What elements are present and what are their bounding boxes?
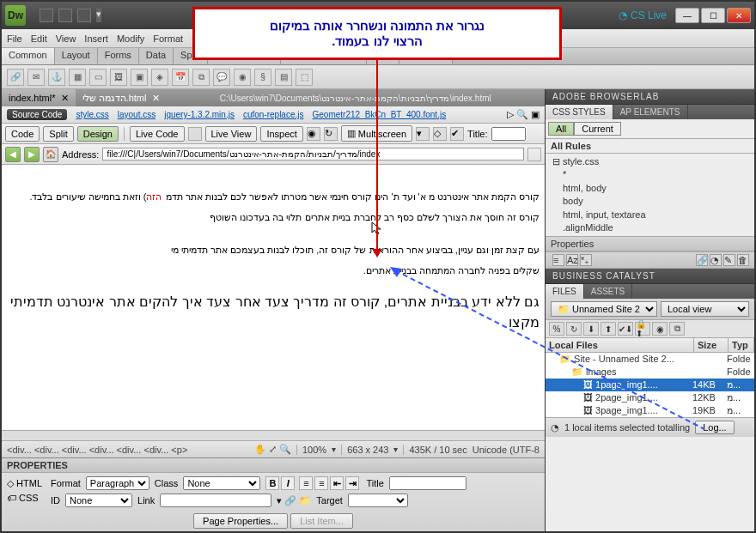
- id-select[interactable]: None: [65, 494, 132, 507]
- design-button[interactable]: Design: [77, 126, 119, 142]
- menu-view[interactable]: View: [56, 33, 76, 44]
- col-type[interactable]: Typ: [729, 338, 754, 352]
- minimize-button[interactable]: —: [675, 8, 699, 23]
- visual-aids-icon[interactable]: ◇: [433, 127, 447, 141]
- go-icon[interactable]: [527, 148, 541, 161]
- tab-forms[interactable]: Forms: [98, 48, 139, 64]
- doctab-index[interactable]: index.html* ✕: [2, 89, 76, 106]
- zoom-value[interactable]: 100%: [302, 445, 326, 455]
- table-icon[interactable]: ▦: [69, 69, 86, 86]
- doctab-demo[interactable]: הדגמה שלי.html ✕: [76, 89, 167, 106]
- format-select[interactable]: Paragraph: [86, 476, 149, 490]
- address-input[interactable]: [102, 148, 524, 161]
- page-properties-button[interactable]: Page Properties...: [193, 513, 288, 529]
- css-styles-tab[interactable]: CSS STYLES: [546, 105, 613, 119]
- email-icon[interactable]: ✉: [27, 69, 45, 86]
- assets-tab[interactable]: ASSETS: [584, 284, 632, 299]
- log-button[interactable]: Log...: [695, 421, 735, 434]
- link-input[interactable]: [160, 494, 271, 507]
- zoom-tools[interactable]: ✋ ⤢ 🔍: [254, 444, 291, 455]
- home-icon[interactable]: 🏠: [43, 147, 58, 162]
- paragraph[interactable]: עם קצת זמן וגם עניין, בביצוע אחר ההוראות…: [7, 239, 540, 280]
- title-input[interactable]: [491, 127, 526, 141]
- forward-icon[interactable]: ▶: [24, 147, 40, 162]
- related-file[interactable]: cufon-replace.js: [243, 110, 304, 119]
- put-icon[interactable]: ⬆: [601, 322, 616, 336]
- source-code-button[interactable]: Source Code: [7, 109, 67, 120]
- inspect-button[interactable]: Inspect: [260, 126, 302, 142]
- cs-live-button[interactable]: CS Live: [619, 9, 667, 21]
- h-scrollbar[interactable]: [2, 430, 545, 440]
- css-action-icons[interactable]: 🔗◔✎🗑: [694, 254, 749, 266]
- refresh-icon[interactable]: ↻: [324, 127, 338, 141]
- opts-icon[interactable]: ▾: [416, 127, 430, 141]
- current-button[interactable]: Current: [574, 122, 621, 136]
- tab-data[interactable]: Data: [139, 48, 174, 64]
- menu-modify[interactable]: Modify: [117, 33, 144, 44]
- document-canvas[interactable]: קורס הקמת אתר אינטרנט מ א' ועד ת' הינו ק…: [2, 165, 545, 430]
- menu-edit[interactable]: Edit: [31, 33, 47, 44]
- get-icon[interactable]: ⬇: [583, 322, 599, 336]
- ap-elements-tab[interactable]: AP ELEMENTS: [613, 105, 688, 119]
- file-row-selected[interactable]: 1page_img1....14KBמ...: [546, 379, 754, 391]
- tab-layout[interactable]: Layout: [55, 48, 98, 64]
- sync-icon[interactable]: ◉: [652, 322, 668, 336]
- livecode-opts-icon[interactable]: [188, 127, 202, 141]
- expand-icon[interactable]: ⧉: [669, 322, 685, 336]
- title-input-prop[interactable]: [389, 476, 466, 490]
- livecode-button[interactable]: Live Code: [130, 126, 185, 142]
- col-size[interactable]: Size: [694, 338, 729, 352]
- browser-icon[interactable]: ◉: [307, 127, 320, 141]
- paragraph[interactable]: קורס הקמת אתר אינטרנט מ א' ועד ת' הינו ק…: [7, 185, 540, 227]
- script-icon[interactable]: §: [254, 69, 271, 86]
- tag-selector[interactable]: <div... <div... <div... <div... <div... …: [7, 445, 187, 455]
- css-view-icons[interactable]: ≡Aᴢ*₊: [551, 254, 592, 266]
- tag-icon[interactable]: ⬚: [296, 69, 313, 86]
- business-catalyst-header[interactable]: BUSINESS CATALYST: [546, 269, 754, 284]
- liveview-button[interactable]: Live View: [205, 126, 258, 142]
- paragraph[interactable]: גם ללא ידע בבניית אתרים, קורס זה מדריך צ…: [7, 292, 540, 333]
- related-file[interactable]: Geometr212_BkCn_BT_400.font.js: [312, 110, 446, 119]
- media-icon[interactable]: ▣: [131, 69, 148, 86]
- refresh-icon[interactable]: ↻: [566, 322, 582, 336]
- templates-icon[interactable]: ▤: [275, 69, 292, 86]
- menu-insert[interactable]: Insert: [84, 33, 108, 44]
- file-tree[interactable]: Site - Unnamed Site 2...Folde imagesFold…: [546, 353, 754, 417]
- related-file[interactable]: jquery-1.3.2.min.js: [164, 110, 235, 119]
- css-properties-header[interactable]: Properties: [551, 239, 594, 249]
- browserlab-panel-header[interactable]: ADOBE BROWSERLAB: [546, 89, 754, 105]
- check-icon[interactable]: ✔: [450, 127, 464, 141]
- image-icon[interactable]: 🖼: [110, 69, 127, 86]
- ssi-icon[interactable]: ⧉: [192, 69, 210, 86]
- tab-common[interactable]: Common: [2, 48, 55, 64]
- layout-mode-icons[interactable]: ▾: [40, 9, 101, 22]
- close-button[interactable]: ✕: [727, 8, 751, 23]
- site-select[interactable]: 📁 Unnamed Site 2: [551, 301, 657, 317]
- target-select[interactable]: [348, 494, 408, 507]
- related-file[interactable]: layout.css: [118, 110, 155, 119]
- props-css-tab[interactable]: 🏷 CSS: [7, 493, 42, 503]
- checkout-icon[interactable]: ✔⬇: [618, 322, 633, 336]
- hyperlink-icon[interactable]: 🔗: [7, 69, 24, 86]
- view-select[interactable]: Local view: [661, 301, 749, 317]
- checkin-icon[interactable]: 🔒⬆: [635, 322, 650, 336]
- properties-header[interactable]: PROPERTIES: [2, 458, 545, 473]
- related-file[interactable]: style.css: [76, 110, 108, 119]
- menu-file[interactable]: File: [7, 33, 22, 44]
- back-icon[interactable]: ◀: [5, 147, 21, 162]
- code-button[interactable]: Code: [5, 126, 40, 142]
- list-item-button[interactable]: List Item...: [290, 513, 353, 529]
- maximize-button[interactable]: ☐: [701, 8, 725, 23]
- anchor-icon[interactable]: ⚓: [48, 69, 65, 86]
- menu-format[interactable]: Format: [153, 33, 183, 44]
- text-format-icons[interactable]: BI ≡≡⇤⇥: [265, 476, 361, 490]
- split-button[interactable]: Split: [43, 126, 73, 142]
- files-tab[interactable]: FILES: [546, 284, 584, 299]
- class-select[interactable]: None: [183, 476, 260, 490]
- widget-icon[interactable]: ◈: [151, 69, 168, 86]
- css-rules-tree[interactable]: ⊟ style.css * html, body body html, inpu…: [546, 154, 754, 236]
- div-icon[interactable]: ▭: [89, 69, 107, 86]
- all-button[interactable]: All: [548, 122, 574, 136]
- props-html-tab[interactable]: ◇ HTML: [7, 478, 42, 489]
- comment-icon[interactable]: 💬: [213, 69, 230, 86]
